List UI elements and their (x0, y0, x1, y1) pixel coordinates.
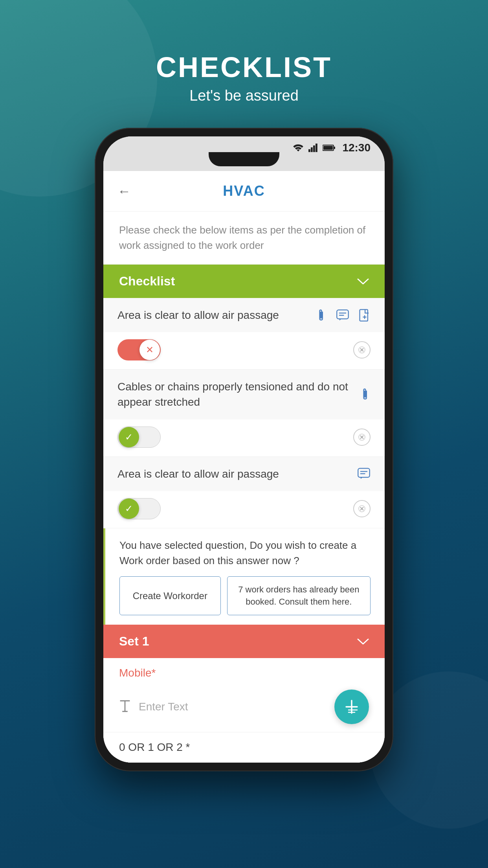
svg-rect-0 (308, 149, 310, 152)
app-header: ← HVAC (103, 171, 385, 211)
svg-rect-5 (334, 147, 335, 149)
chat-icon-1[interactable] (336, 309, 349, 322)
checklist-item-3: Area is clear to allow air passage (103, 457, 385, 528)
chat-icon-2[interactable] (357, 467, 371, 480)
toggle-3[interactable]: ✓ (117, 498, 161, 519)
checklist-item-1-toggle-row: ✕ (103, 332, 385, 369)
attachment-icon[interactable] (315, 308, 327, 322)
checklist-item-1-label: Area is clear to allow air passage (117, 307, 315, 323)
svg-rect-10 (360, 309, 368, 321)
page-subtitle: Let's be assured (156, 87, 332, 104)
checklist-section-title: Checklist (119, 274, 175, 289)
workorder-buttons: Create Workorder 7 work orders has alrea… (119, 576, 371, 616)
status-time: 12:30 (342, 142, 371, 154)
toggle-3-knob: ✓ (119, 498, 139, 519)
set1-section-title: Set 1 (119, 634, 149, 649)
consult-workorders-button[interactable]: 7 work orders has already been booked. C… (227, 576, 371, 616)
signal-icon (308, 143, 318, 152)
toggle-1-knob: ✕ (139, 340, 160, 360)
toggle-1[interactable]: ✕ (117, 339, 161, 360)
checklist-chevron-icon (357, 274, 369, 289)
checklist-section-header[interactable]: Checklist (103, 265, 385, 298)
enter-text-placeholder[interactable]: Enter Text (139, 701, 188, 713)
add-doc-icon[interactable] (359, 309, 371, 322)
svg-rect-7 (337, 310, 348, 319)
page-title: CHECKLIST (156, 51, 332, 83)
description-section: Please check the below items as per the … (103, 211, 385, 265)
mobile-field-label: Mobile* (103, 658, 385, 683)
close-btn-2[interactable] (353, 428, 371, 446)
notch-area (103, 159, 385, 171)
set1-section-header[interactable]: Set 1 (103, 625, 385, 658)
workorder-prompt-text: You have selected question, Do you wish … (119, 538, 371, 568)
checklist-item-3-header: Area is clear to allow air passage (103, 457, 385, 491)
page-header: CHECKLIST Let's be assured (156, 51, 332, 104)
checklist-item-2-toggle-row: ✓ (103, 419, 385, 456)
set1-chevron-icon (357, 634, 369, 649)
app-content: ← HVAC Please check the below items as p… (103, 171, 385, 763)
phone-mockup: 12:30 ← HVAC Please check the below item… (95, 128, 393, 771)
notch (209, 152, 279, 166)
close-btn-1[interactable] (353, 341, 371, 359)
checklist-item-2-label: Cables or chains properly tensioned and … (117, 379, 359, 410)
app-title: HVAC (223, 183, 265, 199)
svg-rect-6 (323, 146, 333, 150)
description-text: Please check the below items as per the … (119, 223, 369, 253)
or-field-row: 0 OR 1 OR 2 * (103, 732, 385, 763)
checklist-item-3-label: Area is clear to allow air passage (117, 466, 357, 482)
svg-rect-2 (313, 145, 315, 152)
wifi-icon (293, 143, 304, 152)
checklist-item-1-header: Area is clear to allow air passage (103, 298, 385, 332)
checklist-item-3-toggle-row: ✓ (103, 491, 385, 528)
svg-rect-19 (358, 469, 369, 478)
checklist-item-3-icons (357, 467, 371, 480)
checklist-item-1: Area is clear to allow air passage (103, 298, 385, 370)
toggle-2-knob: ✓ (119, 427, 139, 447)
workorder-prompt: You have selected question, Do you wish … (103, 528, 385, 625)
attachment-icon-2[interactable] (359, 387, 371, 401)
battery-icon (323, 144, 335, 152)
text-type-icon (119, 698, 131, 715)
checklist-item-1-icons (315, 308, 371, 322)
checklist-item-2-header: Cables or chains properly tensioned and … (103, 370, 385, 419)
fab-add-button[interactable] (334, 690, 369, 724)
checklist-item-2: Cables or chains properly tensioned and … (103, 370, 385, 456)
checklist-item-2-icons (359, 387, 371, 401)
close-btn-3[interactable] (353, 500, 371, 517)
create-workorder-button[interactable]: Create Workorder (119, 576, 221, 616)
svg-rect-3 (316, 143, 317, 152)
svg-rect-1 (311, 147, 313, 152)
back-button[interactable]: ← (117, 184, 131, 199)
toggle-2[interactable]: ✓ (117, 427, 161, 448)
or-field-label: 0 OR 1 OR 2 * (119, 741, 190, 753)
text-input-left: Enter Text (119, 698, 188, 715)
text-input-row: Enter Text (103, 683, 385, 732)
mobile-label-text: Mobile* (119, 667, 156, 679)
